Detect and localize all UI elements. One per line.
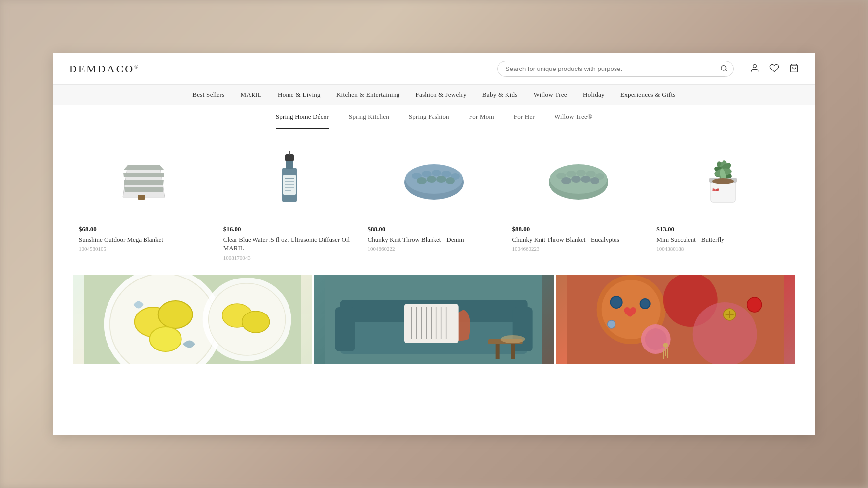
tab-spring-home-decor[interactable]: Spring Home Décor — [276, 113, 329, 129]
svg-rect-12 — [285, 154, 294, 161]
product-name-4: Chunky Knit Throw Blanket - Eucalyptus — [512, 235, 645, 244]
nav-item-kitchen-entertaining[interactable]: Kitchen & Entertaining — [336, 91, 400, 99]
search-container — [497, 61, 734, 77]
svg-point-28 — [427, 176, 436, 183]
product-image-2 — [223, 140, 356, 219]
product-image-3 — [368, 140, 501, 219]
product-sku-2: 1008170043 — [223, 255, 356, 261]
product-name-1: Sunshine Outdoor Mega Blanket — [79, 235, 212, 244]
product-grid: $68.00 Sunshine Outdoor Mega Blanket 100… — [53, 129, 815, 269]
product-price-1: $68.00 — [79, 225, 212, 233]
product-card-4[interactable]: $88.00 Chunky Knit Throw Blanket - Eucal… — [506, 140, 651, 261]
svg-point-56 — [150, 327, 181, 351]
tab-willow-tree[interactable]: Willow Tree® — [554, 113, 592, 129]
search-icon — [720, 64, 728, 72]
svg-point-60 — [242, 311, 270, 333]
svg-point-50 — [712, 178, 734, 184]
product-card-1[interactable]: $68.00 Sunshine Outdoor Mega Blanket 100… — [73, 140, 217, 261]
jewelry-banner-image — [556, 275, 795, 364]
svg-point-84 — [610, 296, 622, 308]
svg-rect-13 — [289, 151, 290, 155]
svg-point-38 — [561, 177, 571, 184]
tab-spring-kitchen[interactable]: Spring Kitchen — [349, 113, 389, 129]
product-sku-3: 1004660222 — [368, 246, 501, 252]
product-card-5[interactable]: $13.00 Mini Succulent - Butterfly 100438… — [651, 140, 795, 261]
nav-item-best-sellers[interactable]: Best Sellers — [192, 91, 224, 99]
product-card-3[interactable]: $88.00 Chunky Knit Throw Blanket - Denim… — [362, 140, 506, 261]
product-sku-1: 1004580105 — [79, 246, 212, 252]
svg-point-90 — [747, 297, 761, 312]
product-sku-4: 1004660223 — [512, 246, 645, 252]
svg-line-1 — [725, 70, 727, 71]
tab-spring-fashion[interactable]: Spring Fashion — [409, 113, 449, 129]
product-price-5: $13.00 — [656, 225, 789, 233]
product-sku-5: 1004380188 — [656, 246, 789, 252]
svg-point-40 — [581, 176, 591, 183]
product-image-5 — [656, 140, 789, 219]
wishlist-icon — [769, 63, 779, 73]
product-name-2: Clear Blue Water .5 fl oz. Ultrasonic Di… — [223, 235, 356, 253]
svg-point-39 — [571, 176, 581, 183]
tab-for-her[interactable]: For Her — [514, 113, 535, 129]
product-name-5: Mini Succulent - Butterfly — [656, 235, 789, 244]
svg-rect-9 — [138, 195, 145, 200]
tab-for-mom[interactable]: For Mom — [469, 113, 494, 129]
svg-rect-64 — [335, 307, 355, 351]
wishlist-button[interactable] — [769, 63, 779, 74]
succulent-pot-image — [698, 150, 748, 209]
knit-blanket-denim-image — [402, 155, 466, 205]
diffuser-bottle-image — [272, 150, 307, 209]
svg-point-86 — [607, 320, 615, 328]
account-button[interactable] — [750, 63, 760, 74]
nav-item-experiences-gifts[interactable]: Experiences & Gifts — [620, 91, 676, 99]
svg-rect-77 — [511, 344, 515, 359]
nav-item-holiday[interactable]: Holiday — [583, 91, 605, 99]
primary-nav: Best Sellers MARIL Home & Living Kitchen… — [53, 85, 815, 105]
svg-point-85 — [640, 299, 650, 309]
cart-button[interactable] — [789, 63, 799, 74]
svg-rect-11 — [286, 160, 293, 169]
svg-point-0 — [721, 65, 726, 70]
lemon-banner-image — [73, 275, 312, 364]
nav-item-willow-tree[interactable]: Willow Tree — [534, 91, 567, 99]
nav-item-fashion-jewelry[interactable]: Fashion & Jewelry — [416, 91, 467, 99]
knit-blanket-eucalyptus-image — [546, 155, 611, 205]
svg-marker-5 — [123, 165, 164, 170]
svg-point-55 — [158, 301, 193, 328]
svg-point-78 — [501, 335, 525, 343]
svg-marker-6 — [123, 173, 164, 177]
header-icons — [750, 63, 799, 74]
main-content-card: DEMDACO® — [53, 53, 815, 435]
svg-point-27 — [417, 177, 427, 184]
svg-point-2 — [753, 65, 757, 68]
svg-rect-65 — [513, 307, 533, 351]
svg-point-35 — [576, 170, 586, 176]
svg-point-88 — [645, 328, 666, 350]
product-card-2[interactable]: $16.00 Clear Blue Water .5 fl oz. Ultras… — [217, 140, 362, 261]
account-icon — [750, 63, 760, 73]
svg-point-24 — [432, 170, 441, 176]
svg-rect-76 — [496, 344, 500, 359]
cart-icon — [789, 63, 799, 73]
banner-spring-home-decor[interactable] — [314, 275, 553, 364]
svg-point-29 — [436, 176, 446, 183]
nav-item-baby-kids[interactable]: Baby & Kids — [482, 91, 518, 99]
svg-point-41 — [590, 177, 599, 184]
site-header: DEMDACO® — [53, 53, 815, 85]
banner-home-living[interactable] — [73, 275, 312, 364]
couch-banner-image — [314, 275, 553, 364]
product-price-3: $88.00 — [368, 225, 501, 233]
category-banners — [53, 269, 815, 364]
site-logo: DEMDACO® — [69, 63, 140, 75]
product-name-3: Chunky Knit Throw Blanket - Denim — [368, 235, 501, 244]
svg-point-30 — [446, 177, 455, 184]
search-input[interactable] — [497, 61, 734, 77]
product-image-1 — [79, 140, 212, 219]
nav-item-home-living[interactable]: Home & Living — [278, 91, 321, 99]
nav-item-maril[interactable]: MARIL — [241, 91, 262, 99]
svg-marker-7 — [124, 180, 164, 185]
product-image-4 — [512, 140, 645, 219]
banner-fashion-jewelry[interactable] — [556, 275, 795, 364]
product-price-4: $88.00 — [512, 225, 645, 233]
search-button[interactable] — [720, 64, 728, 73]
